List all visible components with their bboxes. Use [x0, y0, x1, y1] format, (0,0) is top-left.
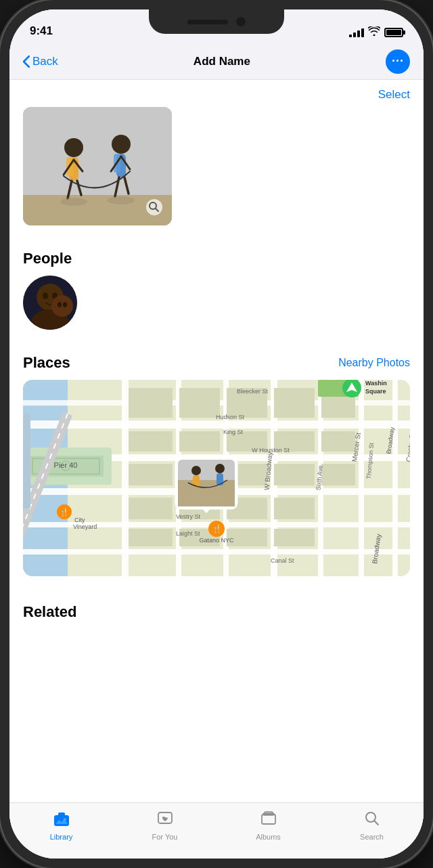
- svg-point-109: [64, 818, 66, 821]
- places-section: Hudson St W Houston St Sixth Ave Thompso…: [9, 380, 424, 592]
- for-you-icon: [156, 810, 174, 830]
- svg-rect-63: [129, 529, 173, 546]
- svg-text:Hudson St: Hudson St: [216, 414, 245, 420]
- svg-point-28: [63, 302, 67, 307]
- svg-text:City: City: [74, 517, 85, 523]
- related-section-header: Related: [9, 592, 424, 629]
- svg-text:Washin: Washin: [365, 380, 387, 387]
- svg-point-23: [43, 292, 48, 299]
- svg-text:Gatano NYC: Gatano NYC: [199, 537, 234, 544]
- more-icon: ···: [392, 54, 404, 68]
- signal-bars-icon: [349, 28, 364, 37]
- svg-rect-59: [129, 498, 173, 519]
- svg-rect-31: [23, 420, 410, 429]
- svg-rect-44: [129, 388, 173, 418]
- battery-icon: [384, 28, 403, 37]
- svg-rect-37: [122, 380, 129, 576]
- search-icon: [363, 810, 381, 830]
- svg-line-115: [374, 821, 378, 825]
- svg-point-27: [58, 302, 62, 307]
- svg-point-102: [191, 466, 201, 475]
- select-row: Select: [9, 80, 424, 107]
- back-label: Back: [32, 55, 58, 68]
- tab-albums-label: Albums: [256, 833, 281, 841]
- svg-rect-43: [392, 380, 398, 576]
- svg-rect-54: [129, 464, 173, 485]
- svg-rect-53: [321, 431, 355, 452]
- battery-fill: [386, 30, 401, 35]
- tab-search[interactable]: Search: [320, 810, 424, 841]
- svg-point-16: [60, 198, 87, 206]
- svg-rect-47: [274, 388, 315, 418]
- tab-for-you[interactable]: For You: [113, 810, 216, 841]
- main-photo-section: [9, 107, 424, 239]
- map-view[interactable]: Hudson St W Houston St Sixth Ave Thompso…: [23, 380, 410, 576]
- wifi-icon: [368, 26, 380, 38]
- page-title: Add Name: [58, 55, 386, 68]
- svg-text:Pier 40: Pier 40: [54, 461, 78, 469]
- svg-rect-107: [58, 812, 65, 817]
- svg-text:Laight St: Laight St: [176, 530, 200, 537]
- svg-text:🍴: 🍴: [212, 523, 222, 534]
- svg-rect-62: [274, 498, 315, 519]
- tab-library-label: Library: [50, 833, 73, 841]
- back-button[interactable]: Back: [23, 55, 58, 68]
- svg-rect-45: [179, 388, 220, 418]
- people-section: [9, 276, 424, 343]
- people-title: People: [23, 250, 72, 267]
- svg-rect-58: [321, 464, 355, 485]
- svg-rect-111: [262, 815, 275, 824]
- svg-point-17: [108, 196, 135, 204]
- main-photo-image[interactable]: [23, 107, 172, 225]
- tab-for-you-label: For You: [152, 833, 178, 841]
- svg-text:🍴: 🍴: [60, 507, 69, 517]
- select-button[interactable]: Select: [378, 88, 410, 102]
- svg-rect-57: [274, 464, 315, 485]
- svg-rect-90: [23, 414, 30, 508]
- places-section-header: Places Nearby Photos: [9, 343, 424, 380]
- status-icons: [349, 26, 403, 38]
- svg-text:Vestry St: Vestry St: [176, 513, 201, 520]
- svg-text:Square: Square: [365, 388, 386, 395]
- notch-camera: [236, 17, 246, 26]
- svg-point-2: [64, 138, 83, 157]
- main-content: Select: [9, 80, 424, 802]
- related-section: [9, 629, 424, 656]
- svg-rect-42: [359, 380, 364, 576]
- svg-text:Canal St: Canal St: [271, 557, 294, 564]
- svg-text:King St: King St: [223, 429, 244, 435]
- tab-search-label: Search: [360, 833, 384, 841]
- person-avatar[interactable]: [23, 276, 77, 330]
- places-title: Places: [23, 354, 70, 372]
- svg-point-104: [215, 464, 225, 473]
- tab-bar: Library For You: [9, 802, 424, 859]
- tab-albums[interactable]: Albums: [216, 810, 320, 841]
- nearby-photos-link[interactable]: Nearby Photos: [338, 357, 410, 369]
- svg-rect-50: [179, 431, 220, 452]
- screen: 9:41: [9, 9, 424, 859]
- svg-rect-49: [129, 431, 173, 452]
- library-icon: [53, 810, 70, 830]
- notch-speaker: [187, 20, 228, 24]
- nav-bar: Back Add Name ···: [9, 43, 424, 80]
- svg-point-18: [146, 199, 162, 215]
- svg-rect-101: [178, 480, 235, 506]
- people-section-header: People: [9, 239, 424, 276]
- phone-frame: 9:41: [0, 0, 433, 868]
- svg-text:Bleecker St: Bleecker St: [237, 388, 269, 395]
- svg-rect-66: [274, 529, 315, 546]
- svg-text:Vineyard: Vineyard: [73, 523, 97, 530]
- svg-point-9: [112, 135, 131, 154]
- tab-library[interactable]: Library: [9, 810, 113, 841]
- related-title: Related: [23, 603, 76, 620]
- albums-icon: [260, 810, 277, 830]
- svg-point-26: [51, 295, 73, 317]
- more-button[interactable]: ···: [386, 49, 410, 74]
- svg-rect-35: [23, 549, 410, 555]
- notch: [149, 9, 284, 34]
- screen-content: 9:41: [9, 9, 424, 859]
